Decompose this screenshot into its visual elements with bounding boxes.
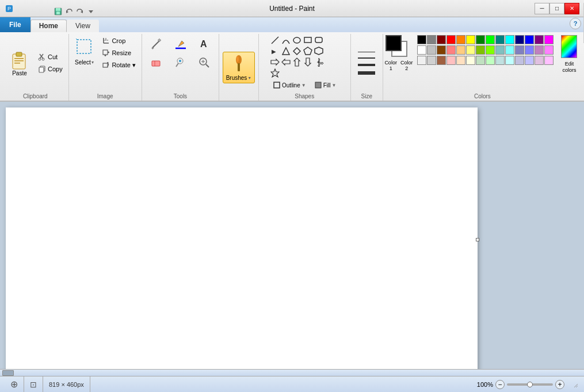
hexagon-shape-button[interactable]	[314, 46, 324, 56]
size-option-4[interactable]	[356, 70, 377, 76]
triangle-shape-button[interactable]	[281, 46, 291, 56]
rotate-button[interactable]: Rotate ▾	[99, 59, 138, 71]
tab-view[interactable]: View	[67, 20, 99, 32]
color-swatch-cell[interactable]	[525, 45, 534, 55]
zoom-slider-thumb[interactable]	[527, 382, 533, 387]
color-swatch-cell[interactable]	[437, 35, 446, 44]
color-swatch-cell[interactable]	[495, 45, 505, 55]
maximize-button[interactable]: □	[549, 3, 564, 14]
diamond-shape-button[interactable]	[292, 46, 302, 56]
color-swatch-cell[interactable]	[456, 45, 465, 55]
color-swatch-cell[interactable]	[535, 45, 544, 55]
size-option-1[interactable]	[356, 50, 377, 54]
crop-button[interactable]: Crop	[99, 35, 138, 47]
arrow-down-shape-button[interactable]	[303, 57, 313, 67]
quick-redo-button[interactable]	[75, 6, 85, 17]
color-swatch-cell[interactable]	[525, 35, 534, 44]
zoom-slider[interactable]	[507, 383, 553, 386]
color-swatch-cell[interactable]	[486, 56, 495, 65]
arrow-up-shape-button[interactable]	[292, 57, 302, 67]
eraser-button[interactable]	[144, 54, 167, 71]
zoom-in-button[interactable]: +	[555, 380, 564, 389]
color-swatch-cell[interactable]	[446, 45, 456, 55]
color-swatch-cell[interactable]	[495, 56, 505, 65]
paint-canvas[interactable]	[6, 107, 478, 369]
rect-shape-button[interactable]	[303, 35, 313, 45]
color-swatch-cell[interactable]	[446, 35, 456, 44]
more-shapes-button[interactable]: ▶	[270, 46, 280, 56]
help-button[interactable]: ?	[570, 18, 581, 29]
select-button[interactable]	[71, 35, 97, 58]
quick-undo-button[interactable]	[64, 6, 74, 17]
pentagon-shape-button[interactable]	[303, 46, 313, 56]
color-swatch-cell[interactable]	[505, 45, 514, 55]
magnifier-button[interactable]	[193, 54, 216, 71]
color-swatch-cell[interactable]	[515, 45, 524, 55]
size-option-3[interactable]	[356, 62, 377, 68]
color-swatch-cell[interactable]	[466, 45, 475, 55]
color-swatch-cell[interactable]	[446, 56, 456, 65]
tab-home[interactable]: Home	[30, 20, 67, 32]
tab-file[interactable]: File	[0, 17, 30, 32]
color-swatch-cell[interactable]	[486, 35, 495, 44]
color-swatch-cell[interactable]	[544, 35, 554, 44]
resize-button[interactable]: Resize	[99, 47, 138, 59]
color-swatch-cell[interactable]	[427, 56, 436, 65]
oval-shape-button[interactable]	[292, 35, 302, 45]
color-swatch-cell[interactable]	[476, 45, 485, 55]
color-swatch-cell[interactable]	[505, 35, 514, 44]
minimize-button[interactable]: ─	[535, 3, 549, 14]
gradient-swatch[interactable]	[561, 35, 577, 58]
color-swatch-cell[interactable]	[456, 35, 465, 44]
arrow-right-shape-button[interactable]	[270, 57, 280, 67]
color-swatch-cell[interactable]	[427, 45, 436, 55]
color-swatch-cell[interactable]	[476, 35, 485, 44]
edit-colors-button[interactable]: Editcolors	[558, 59, 580, 75]
line-shape-button[interactable]	[270, 35, 280, 45]
colorpicker-button[interactable]	[169, 54, 192, 71]
color-swatch-cell[interactable]	[437, 45, 446, 55]
brushes-button[interactable]: Brushes ▼	[223, 52, 255, 83]
color-swatch-cell[interactable]	[456, 56, 465, 65]
color-swatch-cell[interactable]	[476, 56, 485, 65]
curve-shape-button[interactable]	[281, 35, 291, 45]
color-swatch-cell[interactable]	[535, 56, 544, 65]
color-swatch-cell[interactable]	[495, 35, 505, 44]
fill-dropdown[interactable]: Fill ▼	[311, 79, 339, 91]
copy-button[interactable]: Copy	[35, 63, 66, 75]
canvas-area[interactable]	[0, 102, 584, 369]
arrow-left-shape-button[interactable]	[281, 57, 291, 67]
outline-dropdown[interactable]: Outline ▼	[270, 79, 309, 91]
4arrow-shape-button[interactable]: ✦	[314, 57, 324, 67]
color-swatch-cell[interactable]	[417, 35, 426, 44]
roundrect-shape-button[interactable]	[314, 35, 324, 45]
new-canvas-icon[interactable]: ⊕	[10, 379, 18, 390]
size-option-2[interactable]	[356, 56, 377, 60]
text-button[interactable]: A	[193, 35, 216, 52]
resize-canvas-icon[interactable]: ⊡	[30, 380, 37, 389]
color-swatch-cell[interactable]	[417, 56, 426, 65]
fill-button[interactable]	[169, 35, 192, 52]
color-swatch-cell[interactable]	[515, 56, 524, 65]
close-button[interactable]: ✕	[564, 3, 579, 14]
zoom-out-button[interactable]: −	[495, 380, 505, 389]
cut-button[interactable]: Cut	[35, 51, 66, 63]
color-swatch-cell[interactable]	[437, 56, 446, 65]
color1-swatch[interactable]	[385, 35, 402, 51]
color-swatch-cell[interactable]	[486, 45, 495, 55]
color-swatch-cell[interactable]	[544, 45, 554, 55]
color-swatch-cell[interactable]	[466, 56, 475, 65]
color-swatch-cell[interactable]	[427, 35, 436, 44]
color-swatch-cell[interactable]	[417, 45, 426, 55]
color-swatch-cell[interactable]	[466, 35, 475, 44]
color-swatch-cell[interactable]	[535, 35, 544, 44]
hscroll-thumb[interactable]	[2, 370, 14, 376]
star-shape-button[interactable]	[270, 68, 280, 78]
quick-customize-button[interactable]	[86, 6, 96, 17]
quick-save-button[interactable]	[53, 6, 63, 17]
color-swatch-cell[interactable]	[525, 56, 534, 65]
paste-button[interactable]: Paste	[5, 48, 34, 78]
color-swatch-cell[interactable]	[544, 56, 554, 65]
pencil-button[interactable]	[144, 35, 167, 52]
status-resize-grip[interactable]	[570, 380, 579, 389]
